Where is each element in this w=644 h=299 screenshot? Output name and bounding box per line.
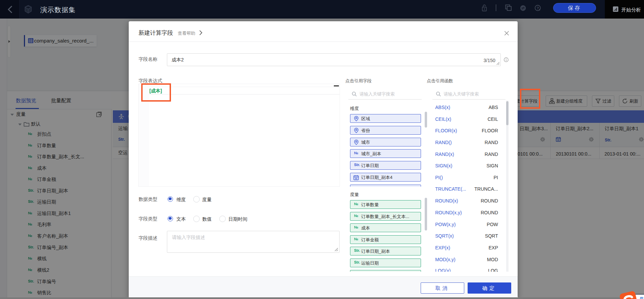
svg-text:?: ? <box>537 6 539 10</box>
